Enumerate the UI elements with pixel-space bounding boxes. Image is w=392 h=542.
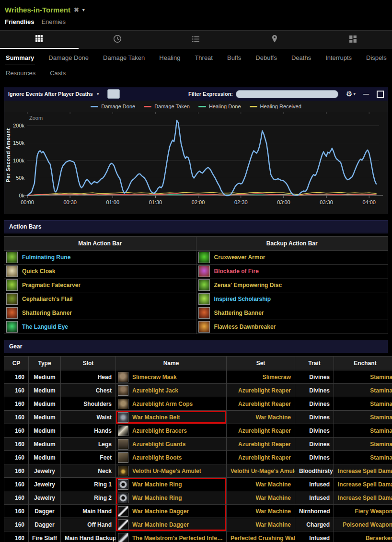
item-link-war-machine-ring[interactable]: War Machine Ring <box>132 481 182 488</box>
ability-cell: Quick Cloak <box>4 265 196 278</box>
gear-slot-cell: Ring 1 <box>61 478 116 491</box>
action-bar-row: Fulminating RuneCruxweaver Armor <box>4 251 388 265</box>
legend-healing-received[interactable]: Healing Received <box>250 104 301 109</box>
gear-trait-cell: Charged <box>295 518 334 531</box>
tab-deaths[interactable]: Deaths <box>290 50 312 65</box>
y-tick-label: 50k <box>16 175 24 181</box>
gear-name-cell-highlighted: War Machine Ring <box>116 491 227 505</box>
legend-healing-done[interactable]: Healing Done <box>198 104 241 109</box>
gear-column-header-name: Name <box>116 357 227 370</box>
item-link-azureblight-arm-cops[interactable]: Azureblight Arm Cops <box>132 401 193 407</box>
legend-swatch-healing-received <box>250 106 257 107</box>
tab-debuffs[interactable]: Debuffs <box>254 50 278 65</box>
legend-damage-done[interactable]: Damage Done <box>91 104 135 109</box>
view-tab-clock[interactable] <box>79 31 157 49</box>
tab-casts[interactable]: Casts <box>49 65 67 80</box>
gear-cp-cell: 160 <box>4 491 29 505</box>
gear-name-cell-highlighted: War Machine Dagger <box>116 505 227 518</box>
item-link-slimecraw-mask[interactable]: Slimecraw Mask <box>132 374 177 381</box>
action-bar-row: Quick CloakBlockade of Fire <box>4 265 388 278</box>
ability-link-pragmatic-fatecarver[interactable]: Pragmatic Fatecarver <box>22 282 81 288</box>
page-tabs: SummaryDamage DoneDamage TakenHealingThr… <box>0 49 392 81</box>
view-tab-list[interactable] <box>157 31 235 49</box>
gear-name-cell-highlighted: War Machine Dagger <box>116 518 227 531</box>
events-toggle-box[interactable] <box>107 89 120 99</box>
ability-link-the-languid-eye[interactable]: The Languid Eye <box>22 323 68 330</box>
gear-name-cell: Azureblight Arm Cops <box>116 397 227 411</box>
ability-cell: Flawless Dawnbreaker <box>196 320 388 334</box>
ability-link-fulminating-rune[interactable]: Fulminating Rune <box>22 254 70 261</box>
action-bars-section: Action Bars Main Action BarBackup Action… <box>4 220 388 334</box>
tab-healing[interactable]: Healing <box>158 50 181 65</box>
ability-cell: Fulminating Rune <box>4 251 196 265</box>
ability-link-inspired-scholarship[interactable]: Inspired Scholarship <box>214 296 271 302</box>
gear-trait-cell: Infused <box>295 478 334 491</box>
belt-item-icon <box>118 412 128 423</box>
minimize-button[interactable]: — <box>363 91 369 97</box>
ability-link-shattering-banner[interactable]: Shattering Banner <box>22 310 72 316</box>
ignore-deaths-caret-icon[interactable]: ▾ <box>97 92 99 96</box>
gear-slot-cell: Ring 2 <box>61 491 116 505</box>
ability-link-zenas-empowering-disc[interactable]: Zenas' Empowering Disc <box>214 282 282 288</box>
clock-icon <box>113 35 122 45</box>
action-bars-table: Main Action BarBackup Action BarFulminat… <box>4 236 388 334</box>
inspired-scholarship-icon <box>198 293 210 305</box>
gloves-item-icon <box>118 426 128 436</box>
fight-dropdown-caret-icon[interactable]: ▾ <box>82 7 85 12</box>
view-tab-grid[interactable] <box>0 31 79 49</box>
x-tick-label: 00:30 <box>63 199 77 205</box>
tab-damage-taken[interactable]: Damage Taken <box>102 50 146 65</box>
ability-link-quick-cloak[interactable]: Quick Cloak <box>22 268 55 275</box>
fight-tab-enemies[interactable]: Enemies <box>41 18 66 25</box>
legend-swatch-healing-done <box>198 106 206 107</box>
item-link-azureblight-bracers[interactable]: Azureblight Bracers <box>132 427 187 434</box>
view-tab-location-pin[interactable] <box>235 31 314 49</box>
item-link-war-machine-dagger[interactable]: War Machine Dagger <box>132 521 189 528</box>
item-link-the-maelstrom-s-perfected-inferno[interactable]: The Maelstrom's Perfected Inferno… <box>132 535 224 542</box>
gear-cp-cell: 160 <box>4 384 29 397</box>
view-tab-blocks[interactable] <box>313 31 392 49</box>
gear-row-feet: 160MediumFeetAzureblight BootsAzurebligh… <box>4 451 392 464</box>
legend-damage-taken[interactable]: Damage Taken <box>144 104 190 109</box>
filter-group: Filter Expression: <box>188 90 338 98</box>
item-link-war-machine-ring[interactable]: War Machine Ring <box>132 495 182 501</box>
item-link-azureblight-boots[interactable]: Azureblight Boots <box>132 454 182 461</box>
gear-slot-cell: Feet <box>61 451 116 464</box>
gear-row-ring-2: 160JewelryRing 2War Machine RingWar Mach… <box>4 491 392 505</box>
gear-type-cell: Dagger <box>29 518 61 531</box>
gear-set-cell: Slimecraw <box>227 370 295 384</box>
tab-dispels[interactable]: Dispels <box>365 50 388 65</box>
shattering-banner-icon <box>198 307 210 319</box>
chart-plot-area[interactable] <box>27 115 379 196</box>
gear-row-main-hand-backup: 160Fire StaffMain Hand BackupThe Maelstr… <box>4 531 392 542</box>
ignore-deaths-dropdown[interactable]: Ignore Events After Player Deaths <box>8 91 93 97</box>
tab-interrupts[interactable]: Interrupts <box>324 50 353 65</box>
chart-settings-button[interactable]: ⚙ ▾ <box>346 90 356 98</box>
item-link-war-machine-dagger[interactable]: War Machine Dagger <box>132 508 189 515</box>
ability-link-flawless-dawnbreaker[interactable]: Flawless Dawnbreaker <box>214 323 276 330</box>
column-header-main-action-bar: Main Action Bar <box>4 237 196 251</box>
ability-link-blockade-of-fire[interactable]: Blockade of Fire <box>214 268 259 275</box>
fight-tab-friendlies[interactable]: Friendlies <box>5 18 34 25</box>
filter-expression-input[interactable] <box>236 90 338 98</box>
item-link-azureblight-guards[interactable]: Azureblight Guards <box>132 441 185 448</box>
maximize-button[interactable] <box>377 91 384 98</box>
x-tick-label: 03:00 <box>277 199 290 205</box>
tab-summary[interactable]: Summary <box>5 50 35 65</box>
gear-type-cell: Jewelry <box>29 464 61 478</box>
tab-buffs[interactable]: Buffs <box>226 50 242 65</box>
ability-link-cephaliarch-s-flail[interactable]: Cephaliarch's Flail <box>22 296 73 302</box>
legend-swatch-damage-done <box>91 106 98 107</box>
item-link-war-machine-belt[interactable]: War Machine Belt <box>132 414 180 421</box>
item-link-velothi-ur-mage-s-amulet[interactable]: Velothi Ur-Mage's Amulet <box>132 468 201 474</box>
tab-threat[interactable]: Threat <box>194 50 214 65</box>
ability-cell: Shattering Banner <box>196 306 388 320</box>
gear-enchant-cell: Stamina <box>334 370 392 384</box>
tab-resources[interactable]: Resources <box>5 65 36 80</box>
tab-damage-done[interactable]: Damage Done <box>47 50 90 65</box>
legend-swatch-damage-taken <box>144 106 151 107</box>
ability-link-cruxweaver-armor[interactable]: Cruxweaver Armor <box>214 254 265 261</box>
ability-link-shattering-banner[interactable]: Shattering Banner <box>214 310 264 316</box>
item-link-azureblight-jack[interactable]: Azureblight Jack <box>132 387 178 394</box>
ability-cell: Zenas' Empowering Disc <box>196 278 388 292</box>
